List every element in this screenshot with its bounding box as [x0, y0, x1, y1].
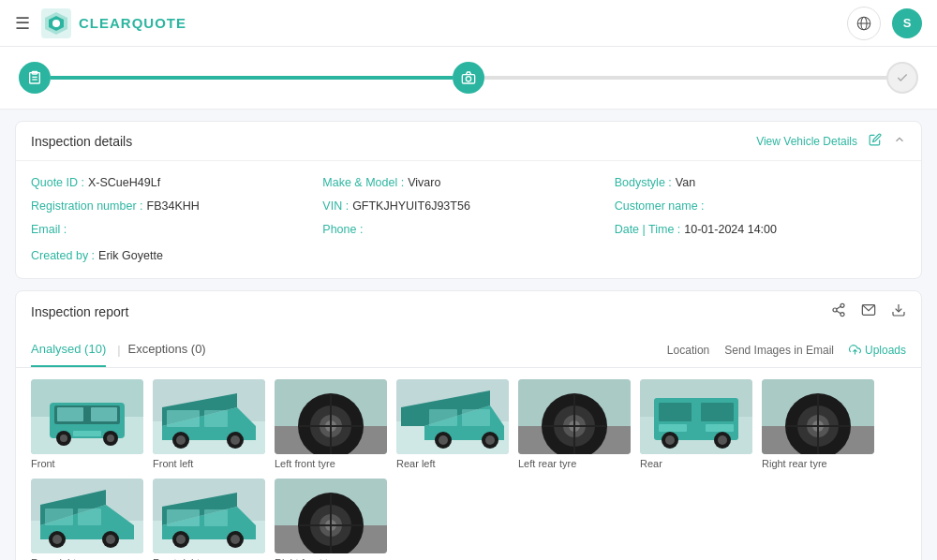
user-avatar[interactable]: S [892, 8, 922, 38]
header: ☰ CLEARQUOTE S [0, 0, 937, 47]
inspection-details-card: Inspection details View Vehicle Details [15, 121, 922, 279]
email-row: Email : [31, 221, 322, 239]
share-icon[interactable] [831, 302, 846, 321]
image-item-rear[interactable]: Rear [640, 379, 752, 469]
reg-label: Registration number : [31, 198, 143, 215]
image-item-left-front-tyre[interactable]: Left front tyre [275, 379, 387, 469]
image-thumb-rear-right [31, 479, 143, 553]
image-label-front: Front [31, 458, 55, 469]
customer-name-label: Customer name : [615, 198, 705, 215]
svg-point-14 [833, 308, 837, 312]
image-thumb-right-front-tyre [275, 479, 387, 553]
svg-rect-37 [204, 410, 228, 427]
svg-rect-72 [701, 403, 734, 421]
svg-point-15 [840, 313, 844, 317]
make-model-row: Make & Model : Vivaro [322, 174, 614, 192]
detail-col-2: Make & Model : Vivaro VIN : GFTKJHYUIT6J… [322, 174, 614, 238]
download-icon[interactable] [891, 302, 906, 321]
svg-rect-31 [73, 431, 101, 436]
image-item-rear-left[interactable]: Rear left [396, 379, 509, 469]
image-label-right-rear-tyre: Right rear tyre [762, 458, 827, 469]
email-label: Email : [31, 221, 67, 239]
image-item-right-rear-tyre[interactable]: Right rear tyre [762, 379, 874, 469]
collapse-icon[interactable] [893, 133, 906, 149]
detail-col-3: Bodystyle : Van Customer name : Date | T… [615, 174, 906, 238]
image-item-front-left[interactable]: Front left [153, 379, 265, 469]
svg-point-28 [60, 435, 67, 442]
globe-button[interactable] [847, 7, 881, 40]
tabs-section: Analysed (10) | Exceptions (0) Location … [16, 332, 921, 368]
inspection-report-card: Inspection report [15, 290, 922, 560]
inspection-details-body: Quote ID : X-SCueH49Lf Registration numb… [16, 161, 921, 278]
reg-row: Registration number : FB34KHH [31, 198, 322, 215]
vin-row: VIN : GFTKJHYUIT6J93T56 [322, 198, 614, 215]
svg-rect-92 [78, 508, 101, 525]
created-by-row: Created by : Erik Goyette [31, 247, 906, 265]
report-actions [831, 302, 906, 321]
image-item-right-front-tyre[interactable]: Right front tyre [275, 479, 387, 560]
svg-point-3 [52, 20, 60, 27]
tabs-right: Location Send Images in Email Uploads [667, 344, 906, 357]
svg-rect-25 [57, 407, 83, 421]
send-images-action[interactable]: Send Images in Email [724, 344, 834, 357]
header-right: S [847, 7, 922, 40]
image-grid: Front [16, 368, 921, 560]
quote-id-label: Quote ID : [31, 174, 84, 192]
vin-label: VIN : [322, 198, 349, 215]
date-time-row: Date | Time : 10-01-2024 14:00 [615, 221, 906, 239]
globe-icon [855, 15, 872, 32]
tab-analysed[interactable]: Analysed (10) [31, 332, 106, 367]
progress-step-2[interactable] [453, 62, 484, 94]
svg-point-30 [107, 435, 114, 442]
progress-section [0, 47, 937, 110]
location-action[interactable]: Location [667, 344, 709, 357]
image-item-rear-right[interactable]: Rear right [31, 479, 143, 560]
hamburger-icon[interactable]: ☰ [15, 13, 30, 34]
svg-point-59 [485, 435, 495, 445]
check-icon [896, 71, 909, 84]
svg-point-76 [665, 435, 675, 445]
phone-label: Phone : [322, 221, 363, 239]
customer-name-row: Customer name : [615, 198, 906, 215]
svg-rect-101 [167, 509, 200, 526]
progress-step-1[interactable] [19, 62, 51, 94]
logo-text: CLEARQUOTE [79, 15, 186, 31]
tab-exceptions[interactable]: Exceptions (0) [128, 332, 206, 367]
svg-line-16 [837, 311, 841, 314]
image-row-1: Front [31, 379, 906, 469]
progress-bar [19, 62, 918, 94]
svg-point-57 [439, 435, 448, 445]
image-thumb-front-right [153, 479, 265, 553]
image-item-front[interactable]: Front [31, 379, 143, 469]
image-item-left-rear-tyre[interactable]: Left rear tyre [518, 379, 631, 469]
image-thumb-left-rear-tyre [518, 379, 631, 454]
svg-rect-55 [462, 409, 490, 426]
inspection-details-header: Inspection details View Vehicle Details [16, 122, 921, 161]
uploads-action[interactable]: Uploads [849, 344, 906, 357]
svg-point-39 [176, 435, 186, 445]
inspection-report-header: Inspection report [16, 291, 921, 332]
detail-col-1: Quote ID : X-SCueH49Lf Registration numb… [31, 174, 322, 238]
svg-point-104 [176, 535, 186, 544]
image-thumb-rear [640, 379, 752, 454]
image-item-front-right[interactable]: Front right [153, 479, 265, 560]
svg-rect-102 [204, 509, 228, 526]
edit-icon[interactable] [869, 133, 882, 149]
image-thumb-front [31, 379, 143, 454]
bodystyle-row: Bodystyle : Van [615, 174, 906, 192]
svg-point-41 [231, 435, 240, 445]
svg-rect-54 [429, 409, 457, 426]
svg-point-13 [840, 303, 844, 307]
image-thumb-left-front-tyre [275, 379, 387, 454]
svg-point-94 [52, 535, 62, 544]
svg-rect-91 [45, 508, 73, 525]
svg-point-12 [466, 77, 470, 81]
view-vehicle-link[interactable]: View Vehicle Details [756, 135, 857, 148]
email-icon[interactable] [861, 302, 876, 321]
bodystyle-label: Bodystyle : [615, 174, 672, 192]
image-label-left-rear-tyre: Left rear tyre [518, 458, 576, 469]
camera-icon [461, 70, 476, 85]
progress-step-check[interactable] [886, 62, 918, 94]
quote-id-row: Quote ID : X-SCueH49Lf [31, 174, 322, 192]
image-thumb-right-rear-tyre [762, 379, 874, 454]
